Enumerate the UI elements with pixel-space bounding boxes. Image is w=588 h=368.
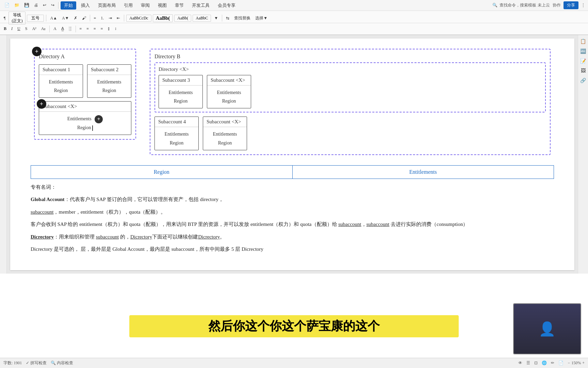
align-left-btn[interactable]: ≡ bbox=[78, 26, 84, 32]
paragraph-style-icon[interactable]: ¶ bbox=[2, 15, 7, 21]
font-color-btn[interactable]: A bbox=[52, 26, 58, 32]
shading-btn[interactable]: ░ bbox=[67, 26, 74, 32]
dir-text4: 。 bbox=[220, 234, 225, 240]
file-icon[interactable]: 📄 bbox=[3, 2, 11, 9]
entitlements-cell[interactable]: Entitlements bbox=[293, 166, 554, 179]
tab-view[interactable]: 视图 bbox=[154, 1, 170, 10]
subaccount-2-title: Subaccount 2 bbox=[87, 65, 131, 75]
print-icon[interactable]: 🖨 bbox=[32, 2, 40, 9]
tab-insert[interactable]: 插入 bbox=[78, 1, 93, 10]
font-name-box[interactable]: 等线 (正文) bbox=[9, 12, 26, 25]
subaccount-3-box: Subaccount 3 Entitlements Region bbox=[159, 75, 203, 108]
dicrectory-label[interactable]: Dicrectory bbox=[31, 234, 54, 240]
justify-btn[interactable]: ≡ bbox=[99, 26, 105, 32]
search-placeholder: 查找命令，搜索模板 bbox=[500, 2, 536, 8]
subaccount-link2[interactable]: subaccount bbox=[338, 221, 361, 227]
format-paint-icon[interactable]: 🖌 bbox=[80, 15, 88, 21]
share-button[interactable]: 分享 bbox=[564, 1, 578, 9]
columns-btn[interactable]: ⫿ bbox=[106, 26, 112, 32]
select-btn[interactable]: 选择▼ bbox=[254, 15, 269, 22]
sep3 bbox=[90, 15, 90, 21]
style-sample-h2[interactable]: AaBb( bbox=[174, 15, 191, 22]
saxb-region: Region bbox=[222, 98, 236, 104]
find-replace-btn[interactable]: 查找替换 bbox=[232, 15, 252, 22]
member-text: ，member， bbox=[53, 209, 80, 215]
font-size-down[interactable]: A▼ bbox=[60, 15, 71, 21]
clear-format-icon[interactable]: ✗ bbox=[72, 15, 79, 21]
linespacing-btn[interactable]: ↕ bbox=[113, 26, 118, 32]
right-icon-1[interactable]: 📋 bbox=[580, 39, 586, 44]
bold-btn[interactable]: B bbox=[2, 26, 8, 32]
text-direction-icon[interactable]: ⇆ bbox=[224, 15, 231, 21]
entitlements-add-btn[interactable]: + bbox=[95, 115, 103, 123]
superscript-btn[interactable]: A² bbox=[30, 26, 38, 32]
subaccount-xc-box: Subaccount <X> Entitlements Region bbox=[203, 117, 247, 150]
right-icon-3[interactable]: 📝 bbox=[580, 58, 586, 64]
right-icon-4[interactable]: 🖼 bbox=[581, 68, 586, 74]
dir-x-box: Directory <X> Subaccount 3 Entitlements … bbox=[154, 62, 546, 112]
subaccount-3-title: Subaccount 3 bbox=[159, 75, 202, 86]
folder-icon[interactable]: 📁 bbox=[13, 2, 21, 9]
sa3-region: Region bbox=[174, 98, 187, 104]
align-center-btn[interactable]: ≡ bbox=[85, 26, 91, 32]
outdent-icon[interactable]: ⇤ bbox=[115, 15, 122, 21]
sa2-entitlements: Entitlements bbox=[97, 79, 121, 85]
tab-start[interactable]: 开始 bbox=[61, 1, 76, 10]
underline-btn[interactable]: U bbox=[16, 26, 22, 32]
dir-a-section: + Directory A Subaccount 1 Entitlements … bbox=[34, 49, 136, 140]
list-unordered-icon[interactable]: ≡ bbox=[92, 15, 98, 21]
subaccount-1-body: Entitlements Region bbox=[39, 75, 83, 97]
sa4-region: Region bbox=[170, 140, 183, 145]
style-expand-icon[interactable]: ▼ bbox=[212, 15, 220, 21]
terms-heading: 专有名词： bbox=[31, 184, 56, 190]
tab-review[interactable]: 审阅 bbox=[137, 1, 153, 10]
tab-pagelayout[interactable]: 页面布局 bbox=[95, 1, 119, 10]
dir-a-title: Directory A bbox=[39, 53, 131, 60]
tab-dev[interactable]: 开发工具 bbox=[189, 1, 213, 10]
formatting-bar: ¶ 等线 (正文) 五号 A▲ A▼ ✗ 🖌 ≡ 1. ⇥ ⇤ AaBbCcDc… bbox=[0, 11, 588, 23]
align-right-btn[interactable]: ≡ bbox=[92, 26, 98, 32]
subaccount-4-body: Entitlements Region bbox=[155, 127, 198, 150]
italic-btn[interactable]: I bbox=[10, 26, 14, 32]
strikethrough-btn[interactable]: S bbox=[23, 26, 29, 32]
save-icon[interactable]: 💾 bbox=[22, 2, 31, 9]
subaccount-2-body: Entitlements Region bbox=[87, 75, 131, 97]
right-icon-5[interactable]: 🔗 bbox=[580, 78, 586, 83]
highlight-btn[interactable]: A̲ bbox=[60, 26, 66, 32]
subaccount-xc-body: Entitlements Region bbox=[203, 127, 247, 150]
sax-entitlements: Entitlements bbox=[67, 116, 92, 121]
dir-x-title: Directory <X> bbox=[159, 66, 542, 72]
font-size-box[interactable]: 五号 bbox=[27, 15, 44, 22]
style-sample-h1[interactable]: AaBb( bbox=[153, 14, 173, 22]
sa4-entitlements: Entitlements bbox=[165, 132, 189, 137]
subaccount-xc-title: Subaccount <X> bbox=[203, 117, 247, 127]
dir-b-subaccounts2: Subaccount 4 Entitlements Region Subacco… bbox=[154, 117, 546, 150]
quota-line: 客户会收到 SAP 给的 entitlement（权力）和 quota（配额），… bbox=[31, 219, 554, 229]
tab-chapter[interactable]: 章节 bbox=[172, 1, 187, 10]
collab-btn[interactable]: 协作 bbox=[553, 2, 561, 8]
list-ordered-icon[interactable]: 1. bbox=[99, 15, 105, 21]
style-sample-aabb[interactable]: AaBbCcDc bbox=[126, 15, 151, 22]
right-icon-2[interactable]: 🔤 bbox=[580, 48, 586, 54]
dir-b-section: Directory B Directory <X> Subaccount 3 E… bbox=[150, 49, 551, 155]
subaccount-xb-box: Subaccount <X> Entitlements Region bbox=[207, 75, 251, 108]
dicrectory-link[interactable]: Dicrectory bbox=[130, 234, 152, 240]
subaccount-link4[interactable]: subaccount bbox=[96, 234, 119, 240]
subscript-btn[interactable]: A₂ bbox=[39, 26, 48, 32]
style-sample-h3[interactable]: AaBbC bbox=[193, 15, 211, 22]
dicrectory-link2[interactable]: Dicrectory bbox=[198, 234, 220, 240]
more-icon[interactable]: ⋮ bbox=[581, 3, 585, 8]
indent-icon[interactable]: ⇥ bbox=[107, 15, 114, 21]
left-ruler bbox=[0, 35, 7, 274]
font-size-up[interactable]: A▲ bbox=[48, 15, 59, 21]
region-cell[interactable]: Region bbox=[31, 166, 293, 179]
undo-icon[interactable]: ↩ bbox=[41, 2, 48, 9]
dir-a-add-btn[interactable]: + bbox=[32, 47, 42, 56]
subaccount-link[interactable]: subaccount bbox=[31, 209, 53, 215]
search-bar[interactable]: 🔍 查找命令，搜索模板 bbox=[492, 2, 536, 8]
tab-vip[interactable]: 会员专享 bbox=[214, 1, 239, 10]
undo-arrow[interactable]: ↪ bbox=[49, 2, 56, 9]
subaccount-link3[interactable]: subaccount bbox=[366, 221, 389, 227]
document-area: + Directory A Subaccount 1 Entitlements … bbox=[0, 35, 588, 274]
tab-reference[interactable]: 引用 bbox=[120, 1, 136, 10]
